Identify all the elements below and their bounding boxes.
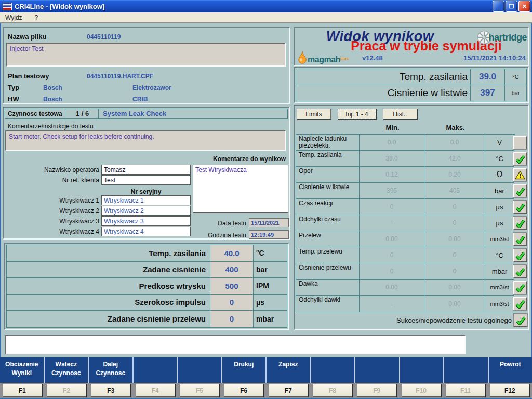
setpoint-unit: IPM: [254, 278, 287, 295]
live-values-panel: Temp. zasilania 39.0 °C Cisnienie w list…: [294, 66, 529, 103]
injector4-input[interactable]: Wtryskiwacz 4: [101, 227, 191, 236]
file-info-panel: Nazwa pliku 0445110119 Injector Test Pla…: [3, 27, 290, 104]
check-icon: [515, 235, 525, 244]
f12-button[interactable]: F12: [490, 384, 529, 397]
check-icon: [515, 251, 525, 260]
fn-label-f4: [132, 357, 177, 383]
results-comment-box[interactable]: Test Wtryskiwacza: [193, 165, 288, 213]
live-value: 39.0: [470, 69, 504, 85]
limit-min: -: [360, 296, 424, 312]
fn-label-f9: [354, 357, 399, 383]
limit-unit: V: [485, 135, 514, 151]
setpoints-table: Temp. zasilania 40.0 °C Zadane cisnienie…: [6, 245, 287, 328]
magmah-logo: magmah plus: [297, 50, 349, 64]
datetime-label: 15/11/2021 14:10:24: [463, 54, 526, 62]
status-indicator: [513, 217, 527, 230]
limit-status: [513, 167, 527, 183]
results-comment-text: Test Wtryskiwacza: [195, 166, 247, 174]
tab-limits[interactable]: Limits: [297, 109, 331, 119]
limit-max: 0.0: [424, 135, 485, 151]
limit-min: 0.00: [360, 231, 424, 247]
check-icon: [515, 283, 525, 292]
live-label: Temp. zasilania: [296, 69, 470, 85]
setpoint-label: Temp. zasilania: [7, 245, 210, 262]
menu-exit[interactable]: Wyjdz: [4, 14, 23, 21]
fn-label-f11: [443, 357, 488, 383]
limit-min: 38.0: [360, 151, 424, 167]
status-indicator: [513, 152, 527, 165]
test-date-label: Data testu: [187, 220, 246, 227]
limits-panel: Limits Inj. 1 - 4 Hist.. Min. Maks. Napi…: [294, 105, 529, 330]
results-comment-label: Komentarze do wynikow: [213, 155, 286, 163]
fn-label-f7: Zapisz: [265, 357, 310, 383]
test-name-box: Injector Test: [6, 43, 286, 66]
limit-unit: µs: [485, 199, 514, 215]
limit-label: Cisnienie w listwie: [296, 183, 360, 199]
limit-min: 0: [360, 199, 424, 215]
f7-button[interactable]: F7: [269, 384, 308, 397]
test-step-index: 1 / 6: [66, 109, 99, 118]
status-indicator: [513, 281, 527, 294]
limit-status: [513, 151, 527, 167]
injector2-label: Wtryskiwacz 2: [5, 207, 99, 215]
test-name-text: Injector Test: [10, 45, 43, 52]
injector2-input[interactable]: Wtryskiwacz 2: [101, 206, 191, 216]
status-indicator: [514, 314, 527, 327]
tab-inj-1-4[interactable]: Inj. 1 - 4: [338, 109, 376, 119]
overall-result-label: Sukces/niepowodzenie testu ogolnego: [396, 316, 512, 324]
limit-label: Temp. przelewu: [296, 247, 360, 263]
limit-unit: Ω: [485, 167, 514, 183]
minimize-button[interactable]: _: [493, 1, 504, 12]
live-value: 397: [470, 85, 504, 101]
tab-hist[interactable]: Hist..: [383, 109, 417, 119]
status-indicator: [513, 136, 527, 149]
menu-help[interactable]: ?: [34, 14, 39, 21]
restore-button[interactable]: ❐: [506, 1, 517, 12]
f1-button[interactable]: F1: [3, 384, 42, 397]
fn-label-f12: Powrot: [488, 357, 532, 383]
hartridge-logo: hartridge: [477, 30, 527, 45]
overall-result: Sukces/niepowodzenie testu ogolnego: [396, 314, 527, 327]
limit-status: [513, 280, 527, 296]
limit-max: 42.0: [424, 151, 485, 167]
status-indicator: [513, 168, 527, 181]
injector4-label: Wtryskiwacz 4: [5, 228, 99, 235]
fn-label-f5: [177, 357, 221, 383]
limit-unit: mm3/st: [485, 280, 514, 296]
close-button[interactable]: ✕: [518, 1, 530, 12]
fn-label-f6: Drukuj: [221, 357, 266, 383]
limit-max: 0.00: [424, 296, 485, 312]
test-date-value: 15/11/2021: [249, 218, 289, 227]
test-step-label: Czynnosc testowa: [5, 109, 66, 118]
limit-label: Opor: [296, 167, 360, 183]
f3-button[interactable]: F3: [91, 384, 130, 397]
setpoint-value: 500: [210, 278, 254, 295]
injector3-input[interactable]: Wtryskiwacz 3: [101, 216, 191, 226]
check-icon: [515, 267, 525, 276]
setpoint-label: Predkosc wtrysku: [7, 278, 210, 295]
setpoint-value: 40.0: [210, 245, 254, 262]
live-values-table: Temp. zasilania 39.0 °C Cisnienie w list…: [296, 69, 527, 101]
limit-status: [513, 263, 527, 280]
limit-label: Odchylki czasu: [296, 215, 360, 231]
f9-button: F9: [357, 384, 396, 397]
status-indicator: [513, 249, 527, 262]
injector1-label: Wtryskiwacz 1: [5, 197, 99, 204]
fn-label-f2: WsteczCzynnosc: [44, 357, 88, 383]
check-icon: [515, 299, 525, 309]
limit-label: Cisnienie przelewu: [296, 263, 360, 280]
limit-unit: mbar: [485, 263, 514, 280]
f6-button[interactable]: F6: [224, 384, 263, 397]
limits-table: Napiecie ladunku piezoelektr. 0.0 0.0 V …: [296, 134, 515, 312]
limit-status: [513, 231, 527, 247]
limit-max: 0.00: [424, 280, 485, 296]
limit-status-column: [513, 135, 527, 312]
customer-ref-input[interactable]: Test: [101, 175, 191, 185]
hw-value2: CRIB: [132, 96, 148, 103]
live-label: Cisnienie w listwie: [296, 85, 470, 101]
operator-input[interactable]: Tomasz: [101, 165, 191, 175]
check-icon: [515, 187, 525, 196]
limit-unit: bar: [485, 183, 514, 199]
injector1-input[interactable]: Wtryskiwacz 1: [101, 195, 191, 205]
menu-bar: Wyjdz ?: [0, 12, 532, 23]
